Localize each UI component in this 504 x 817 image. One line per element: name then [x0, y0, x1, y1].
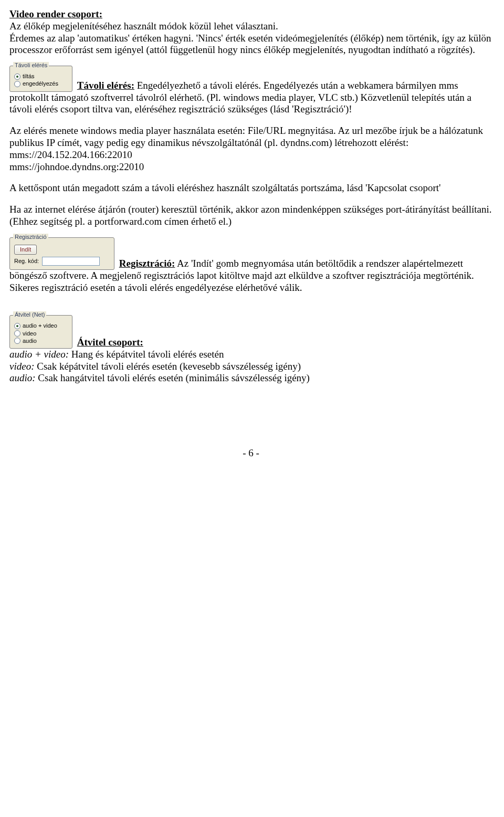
ui-regisztracio: Regisztráció Indít Reg. kód: [9, 237, 114, 270]
section-video-render: Video render csoport: Az élőkép megjelen… [9, 8, 492, 56]
atvitel-row1-text: Hang és képátvitel távoli elérés esetén [69, 349, 224, 360]
radio-video-label: video [23, 330, 36, 337]
radio-audio-video-row[interactable]: audio + video [14, 322, 68, 329]
section-regisztracio-row: Regisztráció Indít Reg. kód: Regisztráci… [9, 237, 492, 294]
section2-para2a: Az elérés menete windows media player ha… [9, 125, 483, 148]
ui-tavoli-eleres: Távoli elérés tiltás engedélyezés [9, 66, 72, 91]
atvitel-row1-label: audio + video: [9, 349, 69, 360]
radio-tiltas-label: tiltás [23, 73, 35, 80]
radio-icon [14, 338, 20, 344]
page-number: - 6 - [9, 447, 492, 459]
ui-reg-legend: Regisztráció [13, 234, 48, 240]
mms-url-2: mms://johndoe.dyndns.org:22010 [9, 161, 144, 172]
atvitel-row3-text: Csak hangátvitel távoli elérés esetén (m… [36, 372, 310, 383]
radio-audio-label: audio [23, 338, 37, 344]
section2-para3: A kettőspont után megadott szám a távoli… [9, 182, 492, 194]
radio-icon [14, 330, 20, 337]
section-title-video-render: Video render csoport: [9, 8, 102, 19]
radio-icon [14, 81, 20, 87]
reg-kod-input[interactable] [42, 257, 100, 266]
radio-audio-row[interactable]: audio [14, 338, 68, 344]
atvitel-row2-label: video: [9, 361, 34, 372]
section1-line1: Az élőkép megjelenítéséhez használt módo… [9, 20, 278, 32]
ui-atvitel-legend: Átvitel (Net) [13, 311, 46, 318]
radio-audio-video-label: audio + video [23, 322, 57, 329]
ui-atvitel: Átvitel (Net) audio + video video audio [9, 315, 72, 349]
radio-tiltas-row[interactable]: tiltás [14, 73, 68, 80]
section-title-tavoli-eleres: Távoli elérés: [77, 80, 134, 91]
mms-url-1: mms://204.152.204.166:22010 [9, 149, 132, 160]
section-title-regisztracio: Regisztráció: [119, 258, 175, 269]
radio-icon [14, 74, 20, 80]
radio-engedelyezes-label: engedélyezés [23, 80, 58, 87]
radio-engedelyezes-row[interactable]: engedélyezés [14, 80, 68, 87]
section4-body: audio + video: Hang és képátvitel távoli… [9, 349, 492, 384]
section-tavoli-eleres-row: Távoli elérés tiltás engedélyezés Távoli… [9, 66, 492, 116]
section2-para4: Ha az internet elérése átjárón (router) … [9, 204, 492, 228]
reg-kod-label: Reg. kód: [14, 258, 39, 265]
radio-video-row[interactable]: video [14, 330, 68, 337]
section-atvitel-row: Átvitel (Net) audio + video video audio … [9, 315, 492, 349]
atvitel-row2-text: Csak képátvitel távoli elérés esetén (ke… [34, 361, 301, 372]
atvitel-row3-label: audio: [9, 372, 36, 383]
section2-para2: Az elérés menete windows media player ha… [9, 125, 492, 173]
reg-indit-button[interactable]: Indít [14, 245, 37, 255]
section-title-atvitel: Átvitel csoport: [77, 337, 143, 348]
section1-line2: Érdemes az alap 'automatikus' értéken ha… [9, 33, 491, 56]
radio-icon [14, 323, 20, 329]
ui-tavoli-legend: Távoli elérés [13, 62, 49, 69]
